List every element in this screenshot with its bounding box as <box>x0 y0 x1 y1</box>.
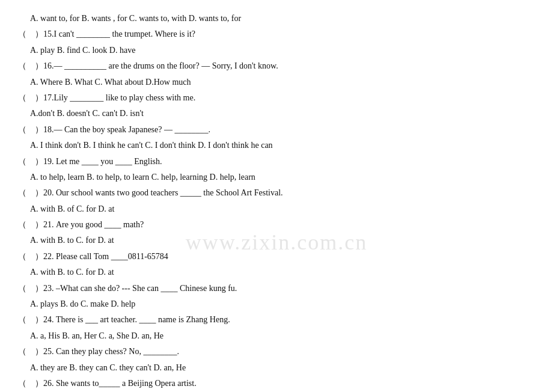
question-line: （ ）26. She wants to_____ a Beijing Opera… <box>18 377 535 390</box>
question-line: （ ）20. Our school wants two good teacher… <box>18 186 535 200</box>
options-line: A. with B. to C. for D. at <box>30 234 535 247</box>
question-line: （ ）25. Can they play chess? No, ________… <box>18 345 535 358</box>
options-line: A. plays B. do C. make D. help <box>30 298 535 311</box>
options-line: A. to help, learn B. to help, to learn C… <box>30 171 535 184</box>
question-line: （ ）19. Let me ____ you ____ English. <box>18 155 535 168</box>
options-line: A. Where B. What C. What about D.How muc… <box>30 76 535 89</box>
options-line: A. with B. to C. for D. at <box>30 266 535 279</box>
options-line: A. I think don't B. I think he can't C. … <box>30 139 535 152</box>
options-line: A. want to, for B. wants , for C. wants … <box>30 12 535 25</box>
question-line: （ ）16.— __________ are the drums on the … <box>18 60 535 73</box>
quiz-content: A. want to, for B. wants , for C. wants … <box>18 12 535 392</box>
question-line: （ ）17.Lily ________ like to play chess w… <box>18 91 535 105</box>
options-line: A. with B. of C. for D. at <box>30 203 535 216</box>
options-line: A. play B. find C. look D. have <box>30 44 535 57</box>
question-line: （ ）23. –What can she do? --- She can ___… <box>18 282 535 295</box>
question-line: （ ）22. Please call Tom ____0811-65784 <box>18 250 535 263</box>
question-line: （ ）24. There is ___ art teacher. ____ na… <box>18 313 535 326</box>
options-line: A.don't B. doesn't C. can't D. isn't <box>30 107 535 120</box>
question-line: （ ）18.— Can the boy speak Japanese? — __… <box>18 123 535 136</box>
options-line: A. they are B. they can C. they can't D.… <box>30 361 535 375</box>
question-line: （ ）15.I can't ________ the trumpet. Wher… <box>18 28 535 41</box>
options-line: A. a, His B. an, Her C. a, She D. an, He <box>30 329 535 343</box>
question-line: （ ）21. Are you good ____ math? <box>18 218 535 231</box>
